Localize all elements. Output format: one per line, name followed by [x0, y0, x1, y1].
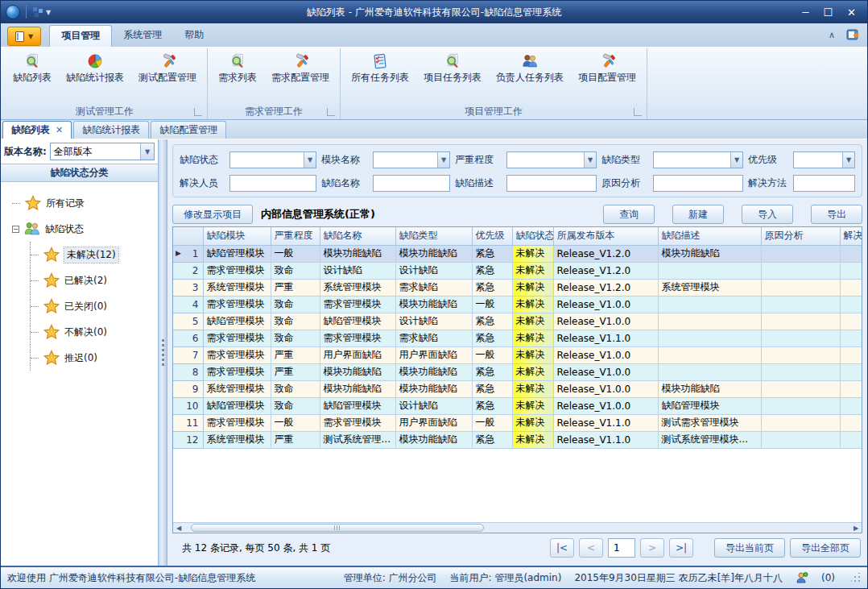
grid-cell[interactable]: Release_V1.0.0 [553, 397, 658, 414]
column-header-6[interactable]: 所属发布版本 [553, 227, 658, 245]
grid-cell[interactable]: 严重 [271, 279, 320, 296]
grid-cell[interactable]: 严重 [271, 431, 320, 448]
grid-cell[interactable] [761, 363, 840, 380]
grid-cell[interactable]: 测试系统管理模块... [658, 431, 761, 448]
grid-cell[interactable]: 缺陷管理模块 [203, 245, 271, 262]
table-row[interactable]: 4需求管理模块致命需求管理模块模块功能缺陷一般未解决Release_V1.0.0 [173, 296, 862, 313]
grid-cell[interactable]: 模块功能缺陷 [395, 296, 472, 313]
next-page-button[interactable]: > [640, 538, 664, 558]
grid-cell[interactable] [840, 380, 862, 397]
import-button[interactable]: 导入 [742, 205, 793, 224]
grid-cell[interactable]: 需求管理模块 [203, 346, 271, 363]
grid-cell[interactable] [658, 363, 761, 380]
minimize-button[interactable]: ─ [803, 7, 809, 18]
export-current-page-button[interactable]: 导出当前页 [714, 538, 785, 558]
grid-cell[interactable]: Release_V1.0.0 [553, 296, 658, 313]
grid-cell[interactable]: 未解决 [512, 279, 553, 296]
grid-cell[interactable] [840, 296, 862, 313]
grid-cell[interactable]: 未解决 [512, 431, 553, 448]
grid-cell[interactable]: Release_V1.1.0 [553, 414, 658, 431]
row-header[interactable]: 5 [173, 313, 203, 330]
grid-cell[interactable] [761, 245, 840, 262]
version-select[interactable]: 全部版本 ▼ [50, 143, 155, 160]
grid-cell[interactable]: 需求缺陷 [395, 330, 472, 346]
grid-cell[interactable]: 设计缺陷 [395, 397, 472, 414]
row-header[interactable]: 10 [173, 397, 203, 414]
dialog-launcher-icon[interactable] [194, 108, 202, 116]
grid-cell[interactable]: 缺陷管理模块 [320, 397, 395, 414]
table-row[interactable]: 8需求管理模块严重模块功能缺陷模块功能缺陷紧急未解决Release_V1.0.0 [173, 363, 862, 380]
grid-cell[interactable]: 致命 [271, 380, 320, 397]
scroll-left-icon[interactable]: ◀ [173, 525, 184, 532]
table-row[interactable]: 6需求管理模块致命需求管理模块需求缺陷紧急未解决Release_V1.1.0 [173, 330, 862, 346]
table-row[interactable]: 5缺陷管理模块致命缺陷管理模块设计缺陷紧急未解决Release_V1.0.0 [173, 313, 862, 330]
grid-cell[interactable]: 一般 [271, 414, 320, 431]
grid-cell[interactable]: 需求管理模块 [203, 363, 271, 380]
query-button[interactable]: 查询 [603, 205, 655, 224]
grid-cell[interactable] [761, 431, 840, 448]
ribbon-button[interactable]: 需求配置管理 [266, 50, 335, 86]
grid-cell[interactable] [840, 279, 862, 296]
grid-cell[interactable]: 缺陷管理模块 [658, 397, 761, 414]
tree-item-0[interactable]: 所有记录 [12, 190, 158, 216]
grid-cell[interactable]: 系统管理模块 [320, 279, 395, 296]
row-header[interactable]: 4 [173, 296, 203, 313]
grid-cell[interactable]: 需求缺陷 [395, 279, 472, 296]
grid-cell[interactable]: 紧急 [472, 363, 512, 380]
close-tab-icon[interactable]: ✕ [56, 125, 63, 135]
grid-cell[interactable] [840, 346, 862, 363]
grid-cell[interactable]: 紧急 [472, 279, 512, 296]
maximize-button[interactable]: ☐ [823, 7, 833, 18]
filter-input[interactable] [653, 175, 743, 192]
grid-cell[interactable]: 未解决 [512, 245, 553, 262]
table-row[interactable]: 3系统管理模块严重系统管理模块需求缺陷紧急未解决Release_V1.2.0系统… [173, 279, 862, 296]
scroll-right-icon[interactable]: ▶ [850, 525, 862, 532]
grid-cell[interactable]: 模块功能缺陷 [320, 363, 395, 380]
row-header[interactable]: 3 [173, 279, 203, 296]
grid-cell[interactable]: 紧急 [472, 262, 512, 279]
help-icon[interactable] [846, 28, 859, 41]
column-header-2[interactable]: 缺陷名称 [320, 227, 395, 245]
grid-cell[interactable]: 致命 [271, 330, 320, 346]
grid-cell[interactable]: 用户界面缺陷 [320, 346, 395, 363]
grid-cell[interactable]: 模块功能缺陷 [395, 431, 472, 448]
grid-cell[interactable]: 系统管理模块 [203, 431, 271, 448]
grid-cell[interactable] [658, 313, 761, 330]
filter-input[interactable] [229, 175, 316, 192]
column-header-5[interactable]: 缺陷状态 [512, 227, 553, 245]
grid-cell[interactable] [761, 397, 840, 414]
tree-item-6[interactable]: 推迟(0) [31, 345, 158, 371]
grid-cell[interactable]: 需求管理模块 [320, 296, 395, 313]
grid-cell[interactable] [840, 363, 862, 380]
ribbon-button[interactable]: 所有任务列表 [345, 50, 415, 86]
grid-cell[interactable]: 设计缺陷 [395, 313, 472, 330]
row-header[interactable]: 9 [173, 380, 203, 397]
chevron-down-icon[interactable]: ▼ [437, 152, 449, 168]
grid-cell[interactable] [761, 380, 840, 397]
grid-cell[interactable]: 致命 [271, 296, 320, 313]
grid-cell[interactable]: Release_V1.2.0 [553, 262, 658, 279]
modify-display-items-button[interactable]: 修改显示项目 [172, 205, 253, 224]
doc-tab-1[interactable]: 缺陷统计报表 [73, 121, 149, 139]
row-header[interactable]: 11 [173, 414, 203, 431]
grid-cell[interactable] [840, 262, 862, 279]
grid-cell[interactable]: 系统管理模块 [203, 279, 271, 296]
table-row[interactable]: 2需求管理模块致命设计缺陷设计缺陷紧急未解决Release_V1.2.0 [173, 262, 862, 279]
grid-cell[interactable] [840, 397, 862, 414]
row-header[interactable]: 2 [173, 262, 203, 279]
grid-cell[interactable] [840, 414, 862, 431]
grid-cell[interactable]: 模块功能缺陷 [658, 380, 761, 397]
filter-dropdown[interactable]: ▼ [653, 151, 743, 168]
grid-cell[interactable]: Release_V1.0.0 [553, 346, 658, 363]
filter-dropdown[interactable]: ▼ [793, 151, 855, 168]
chevron-down-icon[interactable]: ▼ [730, 152, 742, 168]
grid-cell[interactable]: 未解决 [512, 363, 553, 380]
grid-cell[interactable]: 未解决 [512, 262, 553, 279]
filter-input[interactable] [793, 175, 855, 192]
grid-cell[interactable]: 致命 [271, 397, 320, 414]
grid-cell[interactable]: 需求管理模块 [320, 414, 395, 431]
row-header[interactable]: 12 [173, 431, 203, 448]
tree-item-1[interactable]: −缺陷状态 [12, 216, 158, 242]
grid-cell[interactable]: 设计缺陷 [395, 262, 472, 279]
row-header[interactable]: 7 [173, 346, 203, 363]
